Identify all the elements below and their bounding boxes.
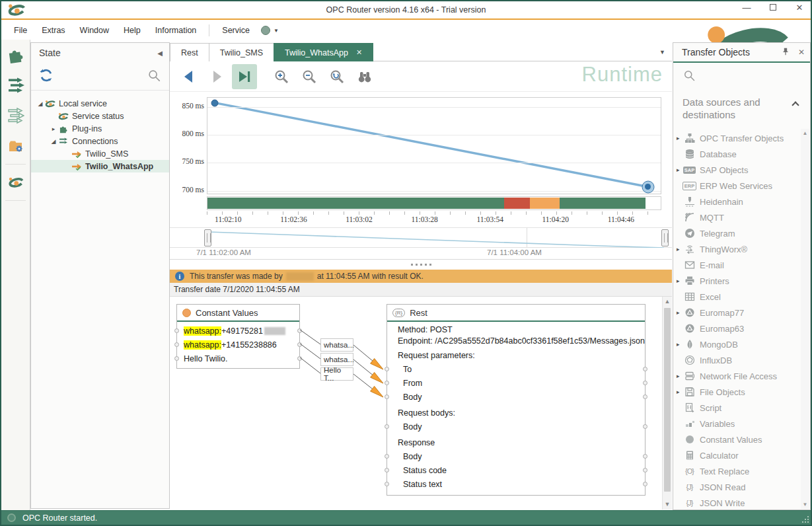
transfer-object-item-variables[interactable]: Variables bbox=[673, 416, 801, 432]
menu-help[interactable]: Help bbox=[116, 22, 148, 38]
expand-icon[interactable]: ▸ bbox=[673, 278, 684, 284]
template-arrows-icon[interactable] bbox=[1, 100, 30, 131]
scroll-down-icon[interactable]: ▼ bbox=[663, 500, 672, 509]
transfer-object-item-influxdb[interactable]: InfluxDB bbox=[673, 352, 801, 368]
expand-icon[interactable]: ▸ bbox=[673, 135, 684, 141]
transfer-object-item-heidenhain[interactable]: Heidenhain bbox=[673, 194, 801, 209]
service-dropdown-caret[interactable]: ▼ bbox=[274, 28, 279, 34]
mapping-label[interactable]: Hello T... bbox=[320, 367, 353, 381]
project-settings-icon[interactable] bbox=[1, 131, 30, 161]
search-icon[interactable] bbox=[147, 68, 161, 85]
resize-grip[interactable] bbox=[801, 515, 809, 523]
menu-service[interactable]: Service bbox=[215, 22, 257, 38]
transfer-object-item-mongodb[interactable]: ▸MongoDB bbox=[673, 336, 801, 352]
splitter-handle[interactable] bbox=[170, 260, 672, 270]
expand-icon[interactable]: ▸ bbox=[673, 341, 684, 348]
opc-router-state-icon[interactable] bbox=[1, 167, 30, 198]
transfer-object-item-network-file-access[interactable]: ▸Network File Access bbox=[673, 368, 801, 384]
transfer-object-item-text-replace[interactable]: {O}Text Replace bbox=[673, 463, 801, 479]
expand-icon[interactable]: ▸ bbox=[673, 246, 684, 252]
transfer-object-item-file-objects[interactable]: ▸File Objects bbox=[673, 384, 801, 400]
tree-item-service-status[interactable]: Service status bbox=[31, 110, 169, 122]
transfer-object-item-opc-transfer-objects[interactable]: ▸OPC Transfer Objects bbox=[673, 130, 801, 146]
transfer-object-item-sap-objects[interactable]: ▸SAPSAP Objects bbox=[673, 162, 801, 178]
tree-expander-icon[interactable]: ▸ bbox=[50, 126, 57, 132]
rest-info-row: Method: POST bbox=[387, 324, 645, 335]
transfer-object-item-e-mail[interactable]: E-mail bbox=[673, 257, 801, 273]
panel-scrollbar[interactable]: ▲ ▼ bbox=[801, 129, 809, 509]
transfer-object-item-constant-values[interactable]: Constant Values bbox=[673, 432, 801, 447]
maximize-button[interactable] bbox=[767, 3, 779, 13]
scroll-up-icon[interactable]: ▲ bbox=[801, 129, 809, 137]
close-button[interactable]: ✕ bbox=[794, 3, 805, 13]
transfer-object-item-printers[interactable]: ▸Printers bbox=[673, 273, 801, 289]
connection-port bbox=[174, 328, 179, 333]
tree-item-twilio-sms[interactable]: Twilio_SMS bbox=[31, 147, 169, 160]
range-handle-right[interactable] bbox=[661, 229, 669, 246]
rest-node[interactable]: {R} Rest Method: POSTEndpoint: /AC295a55… bbox=[387, 304, 646, 496]
refresh-icon[interactable] bbox=[39, 68, 54, 85]
expand-icon[interactable]: ▸ bbox=[673, 309, 684, 316]
scroll-up-icon[interactable]: ▲ bbox=[663, 297, 672, 307]
transfer-object-item-excel[interactable]: Excel bbox=[673, 289, 801, 305]
menu-window[interactable]: Window bbox=[73, 22, 116, 38]
tab-twilio_sms[interactable]: Twilio_SMS bbox=[209, 43, 274, 61]
zoom-out-button[interactable] bbox=[297, 64, 322, 89]
tree-item-twilio-whatsapp[interactable]: Twilio_WhatsApp bbox=[31, 160, 169, 172]
transfer-object-item-calculator[interactable]: Calculator bbox=[673, 447, 801, 463]
service-status-dot[interactable] bbox=[261, 26, 270, 35]
tab-label: Twilio_SMS bbox=[220, 48, 263, 57]
tree-item-local-service[interactable]: ◢Local service bbox=[31, 97, 169, 110]
collapse-panel-icon[interactable]: ◀ bbox=[157, 50, 163, 57]
collapse-group-icon[interactable] bbox=[792, 101, 799, 108]
mapping-label[interactable]: whatsa... bbox=[320, 338, 353, 352]
tree-expander-icon[interactable]: ◢ bbox=[36, 100, 44, 107]
transfer-object-item-mqtt[interactable]: MQTT bbox=[673, 209, 801, 225]
plugins-puzzle-icon[interactable] bbox=[1, 40, 30, 70]
back-button[interactable] bbox=[176, 64, 202, 89]
menu-extras[interactable]: Extras bbox=[34, 22, 72, 38]
tree-item-connections[interactable]: ◢Connections bbox=[31, 135, 169, 147]
transfer-arrows-icon[interactable] bbox=[1, 70, 30, 100]
menu-file[interactable]: File bbox=[7, 22, 34, 38]
minimize-button[interactable]: — bbox=[741, 3, 753, 13]
find-button[interactable] bbox=[352, 64, 377, 89]
rest-port-row: Body bbox=[387, 390, 645, 404]
expand-icon[interactable]: ▸ bbox=[673, 167, 684, 173]
mapping-label[interactable]: whatsa... bbox=[320, 353, 353, 366]
constant-values-node[interactable]: Constant Values whatsapp:+49175281whatsa… bbox=[176, 304, 300, 369]
transfer-object-item-erp-web-services[interactable]: ERPERP Web Services bbox=[673, 178, 801, 194]
panel-close-icon[interactable]: ✕ bbox=[798, 48, 805, 57]
status-segment-ok bbox=[207, 198, 504, 209]
zoom-in-button[interactable] bbox=[269, 64, 294, 89]
x-axis-label: 11:03:28 bbox=[411, 215, 437, 223]
transfer-object-item-euromap77[interactable]: ▸Euromap77 bbox=[673, 305, 801, 320]
search-icon[interactable] bbox=[683, 69, 696, 85]
transfer-object-item-script[interactable]: Script bbox=[673, 400, 801, 416]
range-handle-left[interactable] bbox=[204, 229, 211, 246]
scroll-down-icon[interactable]: ▼ bbox=[801, 500, 809, 509]
tree-expander-icon[interactable]: ◢ bbox=[50, 138, 57, 145]
skip-to-latest-button[interactable] bbox=[232, 64, 257, 89]
transfer-object-item-telegram[interactable]: Telegram bbox=[673, 225, 801, 241]
flow-scrollbar[interactable]: ▲ ▼ bbox=[662, 297, 672, 509]
connection-port bbox=[643, 367, 647, 371]
tree-item-plug-ins[interactable]: ▸Plug-ins bbox=[31, 122, 169, 135]
transfer-object-item-json-read[interactable]: {J}JSON Read bbox=[673, 479, 801, 495]
transfer-object-item-thingworx-[interactable]: ▸ThingWorx® bbox=[673, 241, 801, 257]
tab-list-dropdown-icon[interactable]: ▼ bbox=[659, 49, 665, 56]
scrollbar-thumb[interactable] bbox=[664, 308, 671, 492]
transfer-object-item-json-write[interactable]: {J}JSON Write bbox=[673, 495, 801, 509]
zoom-reset-button[interactable] bbox=[324, 64, 350, 89]
timeline-slider[interactable] bbox=[170, 228, 672, 248]
tab-rest[interactable]: Rest bbox=[170, 43, 209, 61]
menu-information[interactable]: Information bbox=[148, 22, 204, 38]
transfer-object-item-database[interactable]: Database bbox=[673, 146, 801, 162]
pin-icon[interactable] bbox=[781, 47, 790, 58]
tab-close-icon[interactable]: ✕ bbox=[356, 48, 362, 57]
expand-icon[interactable]: ▸ bbox=[673, 389, 684, 395]
tab-twilio_whatsapp[interactable]: Twilio_WhatsApp✕ bbox=[274, 43, 373, 61]
expand-icon[interactable]: ▸ bbox=[673, 373, 684, 379]
forward-button[interactable] bbox=[204, 64, 229, 89]
transfer-object-item-euromap63[interactable]: Euromap63 bbox=[673, 320, 801, 336]
